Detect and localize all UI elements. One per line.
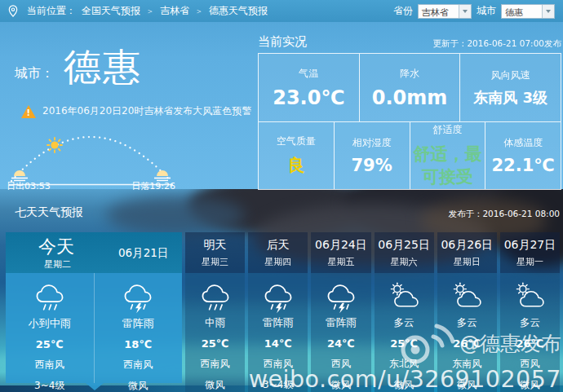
current-updated-time: 更新于：2016-06-21 07:00发布 [432, 38, 561, 50]
province-select-value: 吉林省 [419, 5, 459, 18]
city-section: 城市： 德惠 [15, 42, 142, 93]
sun-icon [47, 138, 62, 152]
province-select-chevron[interactable] [459, 5, 471, 18]
forecast-published-time: 发布于：2016-06-21 08:00 [448, 209, 560, 220]
partly-cloudy-icon [445, 281, 489, 314]
wind-value: 东南风 3级 [473, 88, 547, 108]
city-label: 城市： [15, 65, 54, 82]
temperature-value: 23.0℃ [273, 86, 344, 109]
today-night-period: 雷阵雨 18℃ 西南风 微风 [94, 273, 183, 383]
location-label: 当前位置： [27, 4, 76, 18]
sunset-icon [154, 170, 171, 181]
forecast-today-column[interactable]: 今天 星期二 06月21日 小到中雨 25℃ 西南风 3~4级 雷阵雨 18℃ … [6, 232, 182, 392]
city-select[interactable]: 德惠 [501, 4, 555, 19]
rain-icon [193, 281, 237, 314]
rain-icon [28, 281, 72, 314]
city-name: 德惠 [64, 42, 142, 93]
province-select-label: 省份 [393, 4, 413, 18]
today-date: 06月21日 [118, 246, 168, 261]
wind-cell: 风向风速 东南风 3级 [459, 54, 561, 121]
breadcrumb-city[interactable]: 德惠天气预报 [209, 4, 268, 18]
air-quality-value: 良 [287, 154, 304, 177]
precipitation-cell: 降水 0.0mm [359, 54, 460, 121]
comfort-cell: 舒适度 舒适，最可接受 [410, 122, 485, 189]
today-label: 今天 [38, 235, 74, 259]
air-quality-cell: 空气质量 良 [259, 122, 334, 189]
city-select-label: 城市 [477, 4, 496, 18]
feels-like-cell: 体感温度 22.1℃ [485, 122, 561, 189]
thunderstorm-icon [116, 281, 160, 314]
sunrise-icon [11, 170, 28, 181]
thunderstorm-icon [319, 281, 363, 314]
today-weekday: 星期二 [44, 258, 71, 271]
breadcrumb-separator: ＞ [146, 6, 154, 17]
sunset-time: 日落19:26 [131, 180, 175, 192]
weather-page: 当前位置： 全国天气预报 ＞ 吉林省 ＞ 德惠天气预报 省份 吉林省 城市 德惠… [0, 0, 563, 392]
city-select-chevron[interactable] [542, 5, 554, 18]
precipitation-value: 0.0mm [372, 86, 448, 109]
breadcrumb-province[interactable]: 吉林省 [160, 4, 189, 18]
current-conditions-title: 当前实况 [258, 34, 307, 50]
today-selected-pointer [86, 383, 104, 390]
forecast-day-column[interactable]: 明天 星期三 中雨 25℃ 西南风 微风 [185, 232, 245, 392]
forecast-day-column[interactable]: 06月24日 星期五 雷阵雨 24℃ 西风 微风 [311, 232, 370, 392]
sun-path-diagram: 日出03:53 日落19:26 [7, 116, 178, 191]
forecast-day-column[interactable]: 后天 星期四 雷阵雨 14℃ 西南风 3~4级 [248, 232, 308, 392]
top-navigation-bar: 当前位置： 全国天气预报 ＞ 吉林省 ＞ 德惠天气预报 省份 吉林省 城市 德惠 [0, 0, 563, 22]
sunrise-time: 日出03:53 [7, 180, 51, 192]
partly-cloudy-icon [382, 281, 426, 314]
forecast-columns: 今天 星期二 06月21日 小到中雨 25℃ 西南风 3~4级 雷阵雨 18℃ … [6, 232, 560, 392]
breadcrumb-separator: ＞ [195, 6, 203, 17]
chevron-down-icon [546, 10, 551, 13]
breadcrumb: 当前位置： 全国天气预报 ＞ 吉林省 ＞ 德惠天气预报 [8, 4, 268, 18]
breadcrumb-national[interactable]: 全国天气预报 [82, 4, 140, 18]
city-select-value: 德惠 [502, 5, 542, 18]
forecast-day-column[interactable]: 06月25日 星期六 多云 25℃ 东北风 微风 [375, 232, 434, 392]
province-select[interactable]: 吉林省 [418, 4, 472, 19]
forecast-day-column[interactable]: 06月26日 星期日 多云 26℃ 东南风 微风 [437, 232, 497, 392]
chevron-down-icon [463, 10, 468, 13]
forecast-title: 七天天气预报 [15, 205, 83, 220]
feels-like-value: 22.1℃ [492, 156, 555, 175]
current-conditions-panel: 当前实况 更新于：2016-06-21 07:00发布 气温 23.0℃ 降水 … [258, 34, 561, 190]
humidity-cell: 相对湿度 79% [334, 122, 410, 189]
comfort-value: 舒适，最可接受 [410, 143, 485, 188]
temperature-cell: 气温 23.0℃ [259, 54, 359, 121]
forecast-day-column[interactable]: 06月27日 星期一 多云 26℃ 西风 微风 [500, 232, 560, 392]
humidity-value: 79% [351, 156, 392, 175]
today-header: 今天 星期二 06月21日 [6, 232, 182, 273]
location-pin-icon [8, 5, 18, 17]
today-day-period: 小到中雨 25℃ 西南风 3~4级 [6, 273, 94, 383]
partly-cloudy-icon [508, 281, 552, 314]
thunderstorm-icon [256, 281, 300, 314]
